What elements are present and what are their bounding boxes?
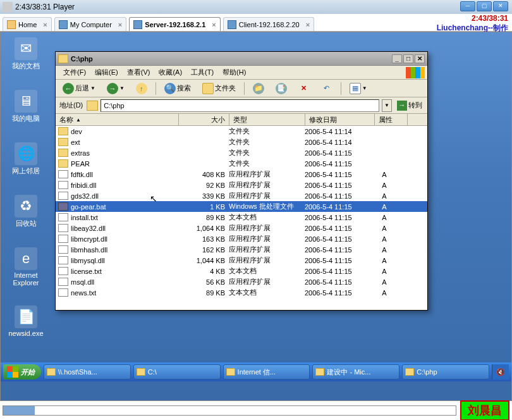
desktop-icon[interactable]: 🌐网上邻居 bbox=[4, 142, 47, 176]
taskbar-button[interactable]: C:\ bbox=[133, 364, 221, 380]
file-icon bbox=[58, 192, 68, 200]
tab-client-192-168-2-20[interactable]: Client-192.168.2.20× bbox=[223, 17, 314, 31]
search-button[interactable]: 🔍搜索 bbox=[160, 81, 195, 96]
file-row[interactable]: libmysql.dll1,044 KB应用程序扩展2006-5-4 11:15… bbox=[56, 255, 427, 266]
folder-icon bbox=[87, 101, 98, 111]
close-button[interactable]: ✕ bbox=[493, 1, 508, 11]
file-row[interactable]: extras文件夹2006-5-4 11:15 bbox=[56, 147, 427, 158]
forward-button[interactable]: →▼ bbox=[102, 81, 129, 96]
col-size[interactable]: 大小 bbox=[179, 114, 229, 125]
file-attr: A bbox=[374, 171, 394, 178]
menu-item[interactable]: 文件(F) bbox=[59, 66, 90, 78]
file-row[interactable]: libmcrypt.dll163 KB应用程序扩展2006-5-4 11:15A bbox=[56, 233, 427, 244]
address-dropdown-button[interactable]: ▼ bbox=[382, 99, 392, 112]
address-bar: 地址(D) C:\php ▼ →转到 bbox=[56, 97, 427, 114]
taskbar-button[interactable]: Internet 信... bbox=[223, 364, 310, 380]
file-row[interactable]: dev文件夹2006-5-4 11:14 bbox=[56, 126, 427, 137]
file-name: libmhash.dll bbox=[71, 246, 178, 254]
author-stamp: 刘晨昌 bbox=[460, 400, 509, 420]
file-attr: A bbox=[374, 246, 394, 254]
move-to-button[interactable]: 📁 bbox=[248, 81, 269, 96]
desktop-icon[interactable]: ♻回收站 bbox=[4, 195, 47, 228]
col-attr[interactable]: 属性 bbox=[375, 114, 408, 125]
file-size: 1 KB bbox=[178, 203, 229, 211]
up-button[interactable]: ↑ bbox=[131, 81, 152, 96]
file-row[interactable]: license.txt4 KB文本文档2006-5-4 11:15A bbox=[56, 266, 427, 276]
desktop-icon[interactable]: 🖥我的电脑 bbox=[4, 90, 47, 123]
taskbar-button-icon bbox=[226, 368, 235, 376]
start-button[interactable]: 开始 bbox=[3, 364, 41, 380]
col-date[interactable]: 修改日期 bbox=[305, 114, 375, 125]
playback-progress[interactable] bbox=[3, 405, 456, 416]
file-row[interactable]: install.txt89 KB文本文档2006-5-4 11:15A bbox=[56, 212, 427, 223]
menu-item[interactable]: 帮助(H) bbox=[219, 66, 250, 78]
go-button[interactable]: →转到 bbox=[394, 99, 425, 112]
copy-to-button[interactable]: 📑 bbox=[271, 81, 291, 96]
tab-home[interactable]: Home× bbox=[3, 17, 52, 31]
file-type: 文本文档 bbox=[229, 266, 305, 276]
file-date: 2006-5-4 11:15 bbox=[305, 160, 374, 168]
file-date: 2006-5-4 11:15 bbox=[305, 257, 374, 264]
tab-close-icon[interactable]: × bbox=[118, 21, 122, 28]
tab-close-icon[interactable]: × bbox=[212, 21, 216, 28]
exp-close-button[interactable]: ✕ bbox=[415, 54, 425, 63]
file-name: libmysql.dll bbox=[71, 257, 178, 264]
file-row[interactable]: fribidi.dll92 KB应用程序扩展2006-5-4 11:15A bbox=[56, 180, 427, 190]
desktop-icon[interactable]: eInternet Explorer bbox=[4, 247, 47, 287]
folders-button[interactable]: 文件夹 bbox=[198, 81, 240, 96]
separator bbox=[155, 82, 156, 95]
file-date: 2006-5-4 11:15 bbox=[305, 225, 374, 232]
exp-minimize-button[interactable]: _ bbox=[392, 54, 402, 63]
file-date: 2006-5-4 11:15 bbox=[305, 246, 374, 254]
file-size: 1,044 KB bbox=[178, 257, 229, 264]
taskbar: 开始 \\.host\Sha...C:\Internet 信...建设中 - M… bbox=[1, 362, 511, 381]
file-row[interactable]: libeay32.dll1,064 KB应用程序扩展2006-5-4 11:15… bbox=[56, 223, 427, 233]
file-name: libmcrypt.dll bbox=[71, 235, 178, 243]
file-row[interactable]: libmhash.dll162 KB应用程序扩展2006-5-4 11:15A bbox=[56, 244, 427, 255]
file-name: go-pear.bat bbox=[71, 203, 178, 211]
file-row[interactable]: PEAR文件夹2006-5-4 11:15 bbox=[56, 158, 427, 169]
tab-close-icon[interactable]: × bbox=[43, 21, 47, 28]
taskbar-button[interactable]: \\.host\Sha... bbox=[44, 364, 131, 380]
maximize-button[interactable]: ▢ bbox=[477, 1, 492, 11]
file-date: 2006-5-4 11:15 bbox=[305, 192, 374, 200]
icon-glyph: e bbox=[15, 247, 37, 270]
file-size: 89 KB bbox=[178, 214, 229, 221]
system-tray[interactable]: 🔇 bbox=[492, 364, 509, 380]
minimize-button[interactable]: ─ bbox=[460, 1, 475, 11]
file-row[interactable]: go-pear.bat1 KBWindows 批处理文件2006-5-4 11:… bbox=[56, 201, 427, 212]
views-button[interactable]: ▦▼ bbox=[345, 81, 372, 96]
delete-button[interactable]: ✕ bbox=[294, 81, 314, 96]
desktop-icon[interactable]: 📄newsid.exe bbox=[4, 306, 47, 337]
file-row[interactable]: ext文件夹2006-5-4 11:14 bbox=[56, 137, 427, 147]
undo-button[interactable]: ↶ bbox=[317, 81, 337, 96]
file-list[interactable]: dev文件夹2006-5-4 11:14ext文件夹2006-5-4 11:14… bbox=[56, 126, 427, 310]
file-name: PEAR bbox=[71, 160, 178, 168]
tab-my-computer[interactable]: My Computer× bbox=[54, 17, 126, 31]
file-row[interactable]: fdftk.dll408 KB应用程序扩展2006-5-4 11:15A bbox=[56, 169, 427, 180]
taskbar-button-icon bbox=[405, 368, 414, 376]
menu-item[interactable]: 工具(T) bbox=[187, 66, 217, 78]
desktop-icon[interactable]: ✉我的文档 bbox=[4, 37, 47, 71]
exp-maximize-button[interactable]: □ bbox=[403, 54, 413, 63]
col-type[interactable]: 类型 bbox=[229, 114, 305, 125]
file-icon bbox=[58, 213, 68, 221]
file-icon bbox=[58, 278, 68, 286]
file-row[interactable]: msql.dll56 KB应用程序扩展2006-5-4 11:15A bbox=[56, 276, 427, 287]
menu-item[interactable]: 查看(V) bbox=[123, 66, 154, 78]
menu-item[interactable]: 编辑(E) bbox=[91, 66, 122, 78]
taskbar-button[interactable]: C:\php bbox=[402, 364, 489, 380]
file-attr: A bbox=[374, 182, 394, 189]
file-row[interactable]: gds32.dll339 KB应用程序扩展2006-5-4 11:15A bbox=[56, 190, 427, 201]
tab-close-icon[interactable]: × bbox=[306, 21, 310, 28]
address-input[interactable]: C:\php bbox=[101, 99, 379, 112]
col-name[interactable]: 名称▲ bbox=[56, 114, 179, 125]
taskbar-button[interactable]: 建设中 - Mic... bbox=[312, 364, 399, 380]
file-row[interactable]: news.txt89 KB文本文档2006-5-4 11:15A bbox=[56, 287, 427, 298]
explorer-titlebar[interactable]: C:\php _ □ ✕ bbox=[56, 52, 427, 66]
tab-server-192-168-2-1[interactable]: Server-192.168.2.1× bbox=[129, 17, 220, 31]
menu-item[interactable]: 收藏(A) bbox=[155, 66, 186, 78]
file-size: 339 KB bbox=[178, 192, 229, 200]
back-button[interactable]: ←后退▼ bbox=[58, 81, 100, 96]
file-type: Windows 批处理文件 bbox=[229, 202, 305, 211]
